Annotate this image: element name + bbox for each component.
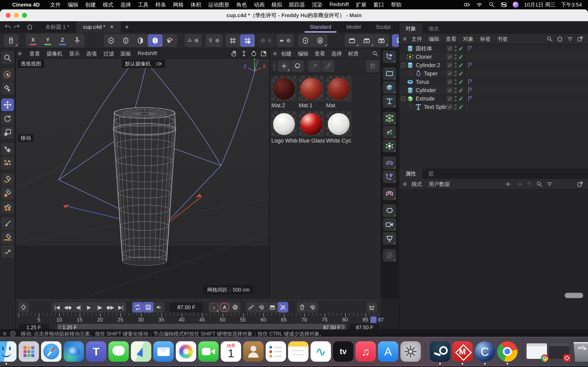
tab-对象[interactable]: 对象 [399,23,422,34]
attr-back-icon[interactable] [506,181,512,187]
phong-tag-icon[interactable] [467,45,473,52]
new-material-button[interactable] [278,60,290,72]
menubar-item-3[interactable]: 模式 [103,1,113,8]
redo-icon[interactable] [12,21,21,33]
create-spline-tools-button[interactable] [383,50,396,63]
visibility-dots[interactable] [454,54,457,60]
object-menu-文件[interactable]: 文件 [412,35,422,43]
object-row-Cylinder[interactable]: Cylinder✓ [399,86,588,95]
spotlight-icon[interactable] [488,2,495,8]
material-menu-编辑[interactable]: 编辑 [298,50,309,57]
dolly-view-icon[interactable] [241,50,247,57]
move-tool-button[interactable] [1,99,14,111]
create-volume-tool-button[interactable] [383,126,396,138]
spline-pen-button[interactable] [1,173,14,186]
enable-toggle[interactable] [447,87,453,93]
menubar-item-2[interactable]: 创建 [85,1,96,8]
line-cut-button[interactable] [1,231,14,244]
lock-x-button[interactable]: X [26,34,40,47]
menubar-item-7[interactable]: 网格 [173,1,183,8]
dock-notes[interactable] [288,341,309,362]
dock-calendar[interactable]: 10月1 [221,341,241,362]
symmetry-button[interactable] [277,34,294,47]
create-cube-primitive-button[interactable] [383,81,396,94]
material-menu-创建[interactable]: 创建 [281,50,292,57]
undo-icon[interactable] [3,21,12,33]
tab-层[interactable]: 层 [422,168,440,179]
phong-tag-icon[interactable] [467,87,473,93]
siri-icon[interactable] [513,2,519,8]
enabled-check-icon[interactable]: ✓ [458,62,463,69]
object-row-Text Spline[interactable]: Text Spline✓ [399,103,588,111]
material-item[interactable]: White Cyc [326,111,352,144]
attribute-scroll-pill[interactable] [565,293,583,298]
render-picture-viewer-button[interactable] [359,34,374,47]
viewport-menu-icon[interactable]: ≡ [18,50,26,57]
enabled-check-icon[interactable]: ✓ [458,87,463,94]
material-grip[interactable] [273,62,276,71]
dock-window-dark[interactable] [549,341,570,362]
material-item[interactable]: Logo White [271,111,297,144]
grid-button[interactable] [225,34,240,47]
attr-export-icon[interactable] [577,181,584,187]
selection-move-button[interactable] [1,143,14,155]
object-menu-编辑[interactable]: 编辑 [429,35,439,43]
create-environment-tool-button[interactable] [383,204,396,217]
material-thumbnail[interactable] [299,76,324,101]
status-menu-icon[interactable]: ≡ [3,330,7,337]
dock-finder[interactable] [0,341,17,362]
create-array-cloner-button[interactable] [383,112,396,125]
viewport-menu-过滤[interactable]: 过滤 [103,50,114,57]
object-menu-查看[interactable]: 查看 [446,35,457,43]
object-row-Cylinder.2[interactable]: −Cylinder.2✓ [399,61,588,69]
go-start-button[interactable]: |◀ [52,302,62,313]
dock-freeform[interactable]: ∿ [311,341,331,362]
dock-trash[interactable] [571,341,588,362]
menu-bar-time[interactable]: 下午3:54 [561,1,582,8]
scale-tool-button[interactable] [1,126,14,139]
lock-y-button[interactable]: Y [40,34,55,47]
create-stage-tool-button[interactable] [383,232,396,245]
maximize-view-icon[interactable] [260,50,267,57]
menubar-item-18[interactable]: 帮助 [391,1,402,8]
dock-appstore[interactable]: A [378,341,398,362]
battery-icon[interactable] [464,2,471,8]
menubar-item-1[interactable]: 编辑 [68,1,78,8]
brush-tool-button[interactable] [1,217,14,230]
dock-cinema4d[interactable]: C [475,341,495,362]
visibility-dots[interactable] [454,62,457,68]
keyframe-settings-button[interactable] [230,302,241,313]
plane-cut-button[interactable] [1,187,14,200]
range-handle-left[interactable] [59,325,61,330]
tweak-tool-button[interactable] [1,82,14,95]
visibility-dots[interactable] [454,46,457,51]
enabled-check-icon[interactable]: ✓ [458,104,463,111]
enable-toggle[interactable] [447,54,453,60]
camera-label[interactable]: 默认摄像机 [122,59,165,68]
tab-场次[interactable]: 场次 [422,23,445,34]
dock-mail[interactable] [153,341,174,362]
attr-up-icon[interactable] [526,181,532,187]
rotate-key-button[interactable] [307,302,318,313]
dock-safari[interactable] [41,341,61,362]
timeline-ruler[interactable]: 510152025303540455055606570758085 87 [16,313,381,324]
object-menu-标签[interactable]: 标签 [480,35,491,43]
spline-sketch-button[interactable] [1,245,14,258]
object-menu-书签[interactable]: 书签 [497,35,508,43]
control-center-icon[interactable] [501,2,507,8]
material-thumbnail[interactable] [271,111,297,136]
loop-button[interactable] [132,302,143,313]
create-instance-tool-button[interactable] [383,170,396,183]
enable-toggle[interactable] [447,104,453,110]
current-frame-field[interactable]: 87.50 F [170,302,203,312]
material-thumbnail[interactable] [326,76,351,101]
attr-forward-icon[interactable] [516,181,522,187]
object-row-Cloner[interactable]: Cloner✓ [399,53,588,61]
phong-tag-icon[interactable] [467,96,473,102]
transfer-tool-button[interactable] [1,157,14,169]
layout-tab-sculpt[interactable]: Sculpt [368,21,398,33]
rotate-tool-button[interactable] [1,112,14,125]
object-row-Extrude[interactable]: −Extrude✓ [399,95,588,103]
auto-axis-button[interactable] [313,34,328,47]
minimize-window-button[interactable] [14,13,19,18]
